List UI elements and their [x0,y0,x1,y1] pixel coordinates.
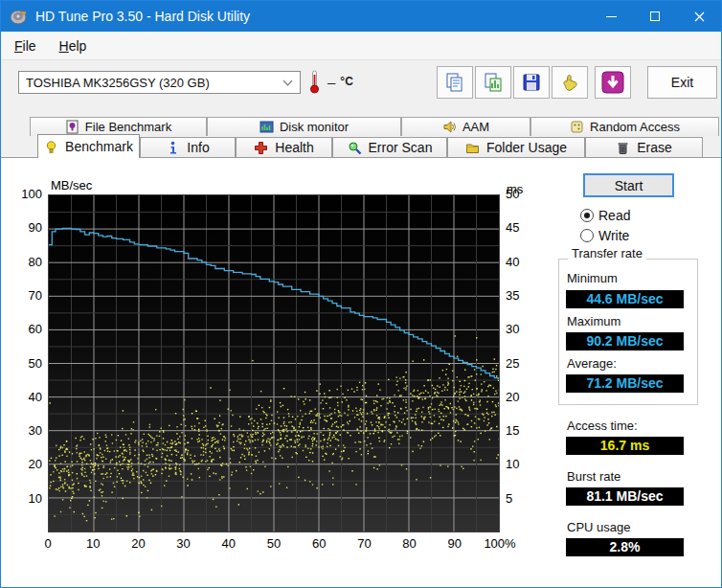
minimum-value: 44.6 MB/sec [566,290,684,308]
disk-monitor-icon [259,120,274,134]
copy-image-button[interactable] [475,66,511,99]
tab-label: Health [275,140,313,155]
dice-icon [570,120,584,134]
transfer-rate-legend: Transfer rate [568,246,646,260]
chart-canvas [49,195,499,531]
read-radio-circle [580,209,594,222]
axis-tick-label: 15 [506,423,519,438]
tab-erase[interactable]: Erase [585,137,703,157]
tab-file-benchmark[interactable]: File Benchmark [30,117,207,136]
tab-label: Error Scan [369,140,433,155]
read-radio[interactable]: Read [580,208,630,223]
copy-text-button[interactable] [437,66,473,99]
axis-tick-label: 40 [13,390,42,404]
axis-tick-label: 50 [267,536,281,551]
tab-info[interactable]: Info [140,137,236,157]
axis-tick-label: 60 [312,536,326,551]
read-radio-label: Read [598,208,630,223]
tab-folder-usage[interactable]: Folder Usage [447,137,585,157]
floppy-save-icon [521,72,542,93]
tab-label: Benchmark [65,139,133,154]
trash-icon [616,141,630,155]
speaker-icon [442,120,457,134]
menu-bar: File Help [1,32,721,60]
maximize-icon [650,11,660,21]
temperature-value: – [327,74,335,90]
tab-disk-monitor[interactable]: Disk monitor [207,117,401,136]
tab-health[interactable]: Health [236,137,332,157]
folder-icon [465,141,480,155]
axis-tick-label: 100% [484,536,515,551]
axis-tick-label: 35 [506,288,519,303]
tab-error-scan[interactable]: Error Scan [332,137,447,157]
axis-tick-label: 90 [13,220,42,235]
download-results-button[interactable] [595,66,631,99]
file-benchmark-icon [65,120,79,134]
maximum-value: 90.2 MB/sec [566,332,684,351]
average-value: 71.2 MB/sec [566,374,684,393]
cpu-usage-label: CPU usage [567,520,630,534]
axis-tick-label: 40 [506,255,519,269]
tab-label: Disk monitor [280,120,349,134]
window-title: HD Tune Pro 3.50 - Hard Disk Utility [35,9,250,24]
tab-aam[interactable]: AAM [401,117,530,136]
info-icon [166,141,180,155]
start-button-label: Start [615,178,643,193]
exit-button[interactable]: Exit [647,66,717,99]
axis-tick-label: 50 [506,187,519,201]
secondary-tab-row: File Benchmark Disk monitor AAM Random A… [30,117,719,136]
minimum-label: Minimum [567,271,618,285]
maximize-button[interactable] [633,1,677,32]
axis-tick-label: 70 [357,536,371,551]
axis-tick-label: 0 [44,536,51,551]
thermometer-icon [309,69,320,94]
start-button[interactable]: Start [583,173,674,197]
axis-tick-label: 30 [176,536,190,551]
tab-label: Folder Usage [486,140,567,155]
primary-tab-row: Benchmark Info Health Error Scan [37,134,703,158]
minimize-button[interactable] [589,1,633,32]
axis-tick-label: 80 [402,536,416,551]
tab-benchmark[interactable]: Benchmark [37,134,140,158]
magnifier-icon [348,141,362,155]
axis-tick-label: 40 [222,536,236,551]
chevron-down-icon [282,79,293,87]
benchmark-page: MB/sec ms 100908070605040302010504540353… [1,157,722,588]
tab-label: File Benchmark [85,120,171,134]
app-icon [10,9,28,25]
close-icon [694,11,705,22]
axis-tick-label: 20 [13,457,42,471]
write-radio[interactable]: Write [580,228,629,243]
copy-image-icon [483,72,504,93]
axis-tick-label: 10 [86,536,100,551]
hand-icon [559,72,580,93]
quick-options-button[interactable] [552,66,588,99]
benchmark-chart [48,194,500,532]
menu-help[interactable]: Help [50,34,97,57]
save-button[interactable] [513,66,550,99]
cpu-usage-value: 2.8% [566,538,684,556]
toolbar: TOSHIBA MK3256GSY (320 GB) – °C [1,61,721,114]
axis-tick-label: 10 [13,491,42,506]
close-button[interactable] [677,1,721,32]
axis-tick-label: 25 [506,356,519,371]
drive-selector[interactable]: TOSHIBA MK3256GSY (320 GB) [18,71,301,94]
tab-random-access[interactable]: Random Access [530,117,719,136]
access-time-label: Access time: [567,418,638,433]
axis-tick-label: 50 [13,356,42,371]
tab-label: Random Access [590,120,680,134]
axis-tick-label: 80 [13,255,42,269]
tab-label: AAM [463,120,489,134]
axis-tick-label: 20 [131,536,145,551]
left-axis-title: MB/sec [51,178,92,192]
axis-tick-label: 10 [506,457,519,471]
menu-file[interactable]: File [5,34,46,57]
gridlines [49,195,499,531]
temperature-readout: – °C [309,69,353,94]
average-label: Average: [567,356,617,371]
axis-tick-label: 60 [13,322,42,336]
health-cross-icon [254,141,268,155]
access-time-value: 16.7 ms [566,437,684,455]
title-bar: HD Tune Pro 3.50 - Hard Disk Utility [1,1,721,32]
exit-button-label: Exit [671,75,693,90]
